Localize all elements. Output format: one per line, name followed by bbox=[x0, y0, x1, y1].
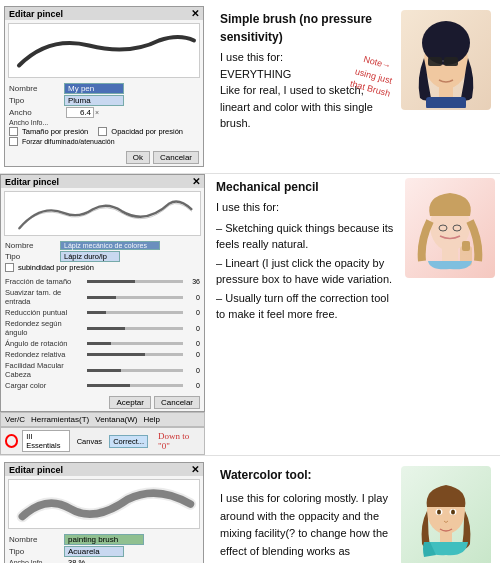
checkbox-tamano-label-1: Tamaño por presión bbox=[22, 127, 88, 136]
panel-title-3: Editar pincel bbox=[9, 465, 63, 475]
toolbar-2: Ver/C Herramientas(T) Ventana(W) Help bbox=[0, 412, 205, 427]
text-area-3: Watercolor tool: I use this for coloring… bbox=[214, 462, 396, 563]
ok-button-2[interactable]: Aceptar bbox=[109, 396, 151, 409]
slider-num-6: 0 bbox=[185, 351, 200, 358]
slider-track-3[interactable] bbox=[87, 311, 183, 314]
label-nombre-2: Nombre bbox=[5, 241, 60, 250]
panel-fields-1: Nombre My pen Tipo Pluma Ancho × Ancho I… bbox=[5, 81, 203, 149]
label-tipo-3: Tipo bbox=[9, 547, 64, 556]
menu-vent[interactable]: Ventana(W) bbox=[95, 415, 137, 424]
portrait-2 bbox=[400, 174, 500, 455]
text-area-1: Simple brush (no pressure sensitivity) I… bbox=[214, 6, 396, 167]
slider-6: Redondez relativa 0 bbox=[5, 350, 200, 359]
ok-button-1[interactable]: Ok bbox=[126, 151, 150, 164]
value-nombre-3[interactable]: painting brush bbox=[64, 534, 144, 545]
label-info-3: Ancho Info... bbox=[9, 559, 64, 563]
slider-num-4: 0 bbox=[185, 325, 200, 332]
close-button-1[interactable]: ✕ bbox=[191, 8, 199, 19]
point-3: Usually turn off the correction tool to … bbox=[216, 290, 394, 323]
slider-3: Reducción puntual 0 bbox=[5, 308, 200, 317]
slider-track-4[interactable] bbox=[87, 327, 183, 330]
panel-area-1: Editar pincel ✕ Nombre My pen Tipo bbox=[4, 6, 214, 167]
portrait-3 bbox=[396, 462, 496, 563]
value-tipo-3[interactable]: Acuarela bbox=[64, 546, 124, 557]
section-inner-2: Editar pincel ✕ Nombre Lápiz mec bbox=[0, 174, 500, 455]
checkbox-forzar-icon-1[interactable] bbox=[9, 137, 18, 146]
slider-num-5: 0 bbox=[185, 340, 200, 347]
checkbox-opacidad-2: subindidad por presión bbox=[5, 263, 200, 272]
slider-label-1: Fracción de tamaño bbox=[5, 277, 85, 286]
slider-track-1[interactable] bbox=[87, 280, 183, 283]
label-nombre-3: Nombre bbox=[9, 535, 64, 544]
svg-rect-3 bbox=[444, 57, 458, 66]
slider-label-2: Suavizar tam. de entrada bbox=[5, 288, 85, 306]
svg-rect-10 bbox=[442, 249, 458, 263]
svg-rect-12 bbox=[462, 241, 470, 251]
slider-track-2[interactable] bbox=[87, 296, 183, 299]
field-tipo-1: Tipo Pluma bbox=[9, 95, 199, 106]
slider-label-6: Redondez relativa bbox=[5, 350, 85, 359]
edit-panel-3: Editar pincel ✕ Nombre painting brush bbox=[4, 462, 204, 563]
section-2: Editar pincel ✕ Nombre Lápiz mec bbox=[0, 174, 500, 456]
edit-panel-2: Editar pincel ✕ Nombre Lápiz mec bbox=[0, 174, 205, 412]
title-2: Mechanical pencil bbox=[216, 178, 394, 196]
input-ancho-1[interactable] bbox=[66, 107, 94, 118]
value-tipo-2[interactable]: Lápiz duro/lp bbox=[60, 251, 120, 262]
slider-num-8: 0 bbox=[185, 382, 200, 389]
panel-title-1: Editar pincel bbox=[9, 9, 63, 19]
tab-canvas[interactable]: Canvas bbox=[74, 436, 105, 447]
title-1: Simple brush (no pressure sensitivity) bbox=[220, 10, 390, 46]
slider-track-8[interactable] bbox=[87, 384, 183, 387]
checkbox-forzar-1: Forzar difuminado/atenuación bbox=[9, 137, 199, 146]
panel-titlebar-3: Editar pincel ✕ bbox=[5, 463, 203, 476]
checkbox-opacidad-icon-1[interactable] bbox=[98, 127, 107, 136]
tab-correct[interactable]: Correct... bbox=[109, 435, 148, 448]
slider-track-7[interactable] bbox=[87, 369, 183, 372]
main-container: Editar pincel ✕ Nombre My pen Tipo bbox=[0, 0, 500, 563]
checkbox-opacidad-icon-2[interactable] bbox=[5, 263, 14, 272]
slider-label-5: Ángulo de rotación bbox=[5, 339, 85, 348]
panel-titlebar-1: Editar pincel ✕ bbox=[5, 7, 203, 20]
value-tipo-1[interactable]: Pluma bbox=[64, 95, 124, 106]
points-2: Sketching quick things because its feels… bbox=[216, 220, 394, 323]
point-1: Sketching quick things because its feels… bbox=[216, 220, 394, 253]
portrait-img-1 bbox=[401, 10, 491, 110]
text-area-2: Mechanical pencil I use this for: Sketch… bbox=[210, 174, 400, 455]
value-nombre-2[interactable]: Lápiz mecánico de colores bbox=[60, 241, 160, 250]
title-3: Watercolor tool: bbox=[220, 466, 390, 484]
label-tipo-1: Tipo bbox=[9, 96, 64, 105]
cancel-button-1[interactable]: Cancelar bbox=[153, 151, 199, 164]
close-button-3[interactable]: ✕ bbox=[191, 464, 199, 475]
portrait-img-2 bbox=[405, 178, 495, 278]
svg-point-17 bbox=[451, 509, 455, 514]
field-nombre-1: Nombre My pen bbox=[9, 83, 199, 94]
slider-track-5[interactable] bbox=[87, 342, 183, 345]
checkbox-tamano-icon-1[interactable] bbox=[9, 127, 18, 136]
value-nombre-1[interactable]: My pen bbox=[64, 83, 124, 94]
cancel-button-2[interactable]: Cancelar bbox=[154, 396, 200, 409]
field-tipo-3: Tipo Acuarela bbox=[9, 546, 199, 557]
slider-num-1: 36 bbox=[185, 278, 200, 285]
down-annotation: Down to "0" bbox=[158, 431, 200, 451]
tab-essentials[interactable]: III Essentials bbox=[22, 430, 69, 452]
brush-preview-2 bbox=[4, 191, 201, 236]
section-1: Editar pincel ✕ Nombre My pen Tipo bbox=[0, 0, 500, 174]
brush-preview-1 bbox=[8, 23, 200, 78]
slider-1: Fracción de tamaño 36 bbox=[5, 277, 200, 286]
menu-help[interactable]: Help bbox=[144, 415, 160, 424]
point-2: Lineart (I just click the opacity by pre… bbox=[216, 255, 394, 288]
checkbox-tamano-1: Tamaño por presión Opacidad por presión bbox=[9, 127, 199, 136]
slider-label-8: Cargar color bbox=[5, 381, 85, 390]
svg-rect-6 bbox=[426, 97, 466, 108]
slider-track-6[interactable] bbox=[87, 353, 183, 356]
panel-title-2: Editar pincel bbox=[5, 177, 59, 187]
menu-ver[interactable]: Ver/C bbox=[5, 415, 25, 424]
panel-fields-3: Nombre painting brush Tipo Acuarela Anch… bbox=[5, 532, 203, 563]
menu-herr[interactable]: Herramientas(T) bbox=[31, 415, 89, 424]
section-3: Editar pincel ✕ Nombre painting brush bbox=[0, 456, 500, 563]
body-3: I use this for coloring mostly. I play a… bbox=[220, 490, 390, 563]
portrait-1 bbox=[396, 6, 496, 167]
close-button-2[interactable]: ✕ bbox=[192, 176, 200, 187]
edit-panel-1: Editar pincel ✕ Nombre My pen Tipo bbox=[4, 6, 204, 167]
slider-num-7: 0 bbox=[185, 367, 200, 374]
